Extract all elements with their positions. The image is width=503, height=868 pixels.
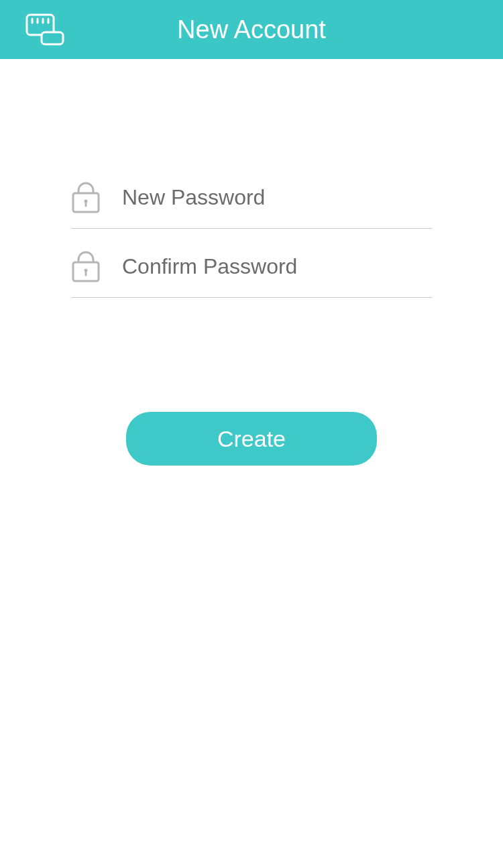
form-container: Create xyxy=(0,59,503,466)
lock-icon xyxy=(71,181,101,213)
create-button[interactable]: Create xyxy=(126,412,377,466)
confirm-password-row xyxy=(71,235,432,298)
confirm-password-input[interactable] xyxy=(122,254,432,279)
page-title: New Account xyxy=(177,15,326,44)
new-password-input[interactable] xyxy=(122,185,432,210)
lock-icon xyxy=(71,250,101,282)
keyboard-icon[interactable] xyxy=(25,13,64,46)
new-password-row xyxy=(71,166,432,229)
header: New Account xyxy=(0,0,503,59)
svg-rect-5 xyxy=(42,32,63,44)
